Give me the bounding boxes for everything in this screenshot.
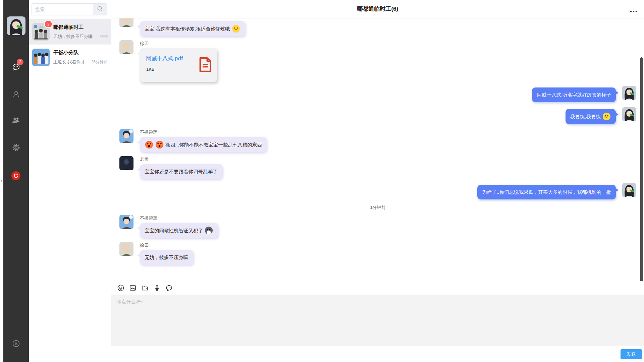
message-bubble: 徐四...你能不能不教宝宝一些乱七八糟的东西 [140,137,267,152]
chat-nav-icon[interactable]: 2 [12,63,20,71]
avatar-baobao[interactable] [622,86,636,100]
chat-item-time: 26分钟前 [91,59,108,65]
search-input[interactable] [32,3,93,15]
emoji-picker-icon[interactable] [117,284,124,292]
message-editor [111,295,644,346]
message-input[interactable] [111,295,644,346]
voice-mic-icon[interactable] [153,284,161,292]
sender-name: 老孟 [140,156,222,163]
rage-emoji [145,141,153,148]
composer: 发送 [111,281,644,362]
message-bubble: 阿威十八式,听名字就好厉害的样子 [532,87,616,102]
file-name: 阿威十八式.pdf [146,55,197,62]
contacts-nav-icon[interactable] [12,90,20,99]
chat-item-title: 干饭小分队 [53,49,108,56]
search-button[interactable] [93,3,107,15]
file-folder-icon[interactable] [141,284,149,292]
chat-item-time: 刚刚 [100,34,108,40]
chat-list-item[interactable]: 干饭小分队王道长,我看你才…26分钟前 [29,45,111,70]
message: 徐四无妨，技多不压身嘛 [119,242,636,265]
message: 阿威十八式,听名字就好厉害的样子 [119,86,636,102]
avatar-xusi[interactable] [119,40,133,54]
avatar-biyaolian[interactable] [119,129,133,143]
avatar-biyaolian[interactable] [119,215,133,229]
time-divider: 1分钟前 [119,204,636,210]
sidebar-rail: 2 G [3,0,29,362]
groups-nav-icon[interactable] [12,116,20,124]
settings-gear-icon[interactable] [12,143,20,152]
chat-history-icon[interactable] [165,284,173,292]
chat-app-window: 2 G 10.02哪都通临时工无妨，技多不压身嘛刚刚干饭小分队王 [0,0,644,362]
close-circle-icon[interactable] [12,339,20,348]
more-menu-icon[interactable] [630,8,638,11]
message-bubble: 宝宝 我这有本祖传秘笈,很适合你修炼哦 [140,21,245,36]
conversation-panel: 哪都通临时工(6) 宝宝 我这有本祖传秘笈,很适合你修炼哦 徐四阿威十八式.pd… [111,0,644,362]
send-row: 发送 [111,346,644,362]
penguin-emoji [205,227,213,234]
svg-text:10.0: 10.0 [39,25,43,28]
message: 为啥子..你们总说我呆瓜，其实大多的时候，我都机制的一批 [119,183,636,199]
file-message-card[interactable]: 阿威十八式.pdf1KB [140,48,217,82]
rage-emoji [156,141,163,148]
avatar-xusi[interactable] [119,18,133,27]
message: 老孟宝宝你还是不要跟着你四哥乱学了 [119,156,636,179]
message: 不摇碧莲 徐四...你能不能不教宝宝一些乱七八糟的东西 [119,129,636,152]
user-avatar[interactable] [7,16,25,35]
chat-list-panel: 10.02哪都通临时工无妨，技多不压身嘛刚刚干饭小分队王道长,我看你才…26分钟… [29,0,111,362]
image-upload-icon[interactable] [129,284,137,292]
chat-unread-badge: 2 [17,59,23,65]
pdf-file-icon [199,57,212,73]
conversation-title: 哪都通临时工(6) [111,0,644,18]
message: 宝宝 我这有本祖传秘笈,很适合你修炼哦 [119,18,636,36]
g-app-logo[interactable]: G [11,171,20,180]
composer-toolbar [111,281,644,295]
unread-badge: 2 [44,20,52,28]
avatar-laomeng[interactable] [119,156,133,170]
chat-list-item[interactable]: 10.02哪都通临时工无妨，技多不压身嘛刚刚 [29,19,111,45]
collapse-handle-icon[interactable] [0,178,3,184]
search-bar [32,3,107,15]
avatar-group2 [32,49,50,66]
message-list: 宝宝 我这有本祖传秘笈,很适合你修炼哦 徐四阿威十八式.pdf1KB阿威十八式,… [111,18,644,281]
message-bubble: 为啥子..你们总说我呆瓜，其实大多的时候，我都机制的一批 [477,185,616,199]
message: 徐四阿威十八式.pdf1KB [119,40,636,82]
avatar-baobao[interactable] [622,107,636,121]
melt-emoji [603,113,610,120]
sender-name: 徐四 [140,40,217,47]
send-button[interactable]: 发送 [621,349,642,359]
conversation-header: 哪都通临时工(6) [111,0,644,18]
search-icon [97,5,103,13]
scrollbar-thumb[interactable] [640,57,643,290]
message: 不摇碧莲宝宝的间歇性机智证又犯了 [119,215,636,238]
chat-item-preview: 无妨，技多不压身嘛 [53,34,98,40]
hug-emoji [232,25,240,33]
chat-item-title: 哪都通临时工 [53,24,108,31]
avatar-baobao[interactable] [622,183,636,197]
sender-name: 徐四 [140,242,193,248]
message-bubble: 无妨，技多不压身嘛 [140,250,193,265]
sender-name: 不摇碧莲 [140,129,267,135]
sender-name: 不摇碧莲 [140,215,218,221]
avatar-xusi[interactable] [119,242,133,256]
sender-name [140,18,245,19]
message-bubble: 宝宝的间歇性机智证又犯了 [140,223,218,238]
message-bubble: 我要练,我要练 [566,109,616,124]
chat-item-preview: 王道长,我看你才… [53,59,90,65]
chat-list: 10.02哪都通临时工无妨，技多不压身嘛刚刚干饭小分队王道长,我看你才…26分钟… [29,19,111,70]
message-bubble: 宝宝你还是不要跟着你四哥乱学了 [140,164,222,179]
message: 我要练,我要练 [119,107,636,124]
